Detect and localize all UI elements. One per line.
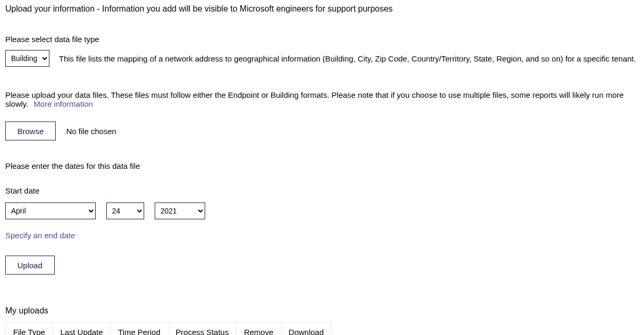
more-information-link[interactable]: More information [34,99,93,108]
specify-end-date-link[interactable]: Specify an end date [5,231,75,240]
upload-button-row: Upload [5,256,639,275]
filetype-description: This file lists the mapping of a network… [59,54,636,63]
browse-button[interactable]: Browse [5,121,56,140]
my-uploads-title: My uploads [5,306,639,316]
col-last-update[interactable]: Last Update [53,322,110,336]
page-title: Upload your information - Information yo… [5,4,639,14]
filetype-select[interactable]: Building [5,50,49,67]
col-process-status[interactable]: Process Status [168,322,236,336]
filetype-row: Building This file lists the mapping of … [5,50,639,67]
filetype-label: Please select data file type [5,35,639,44]
col-file-type[interactable]: File Type [6,322,53,336]
start-date-label: Start date [5,186,639,195]
start-month-select[interactable]: April [5,202,96,219]
no-file-chosen: No file chosen [66,127,116,136]
dates-label: Please enter the dates for this data fil… [5,161,639,170]
upload-description-row: Please upload your data files. These fil… [5,90,639,108]
col-download[interactable]: Download [281,322,331,336]
browse-row: Browse No file chosen [5,121,639,140]
uploads-table: File Type Last Update Time Period Proces… [5,322,331,335]
col-time-period[interactable]: Time Period [110,322,168,336]
upload-button[interactable]: Upload [5,256,55,275]
start-day-select[interactable]: 24 [106,202,144,219]
upload-description: Please upload your data files. These fil… [5,90,623,108]
start-date-row: April 24 2021 [5,202,639,219]
start-year-select[interactable]: 2021 [155,202,205,219]
col-remove[interactable]: Remove [236,322,281,336]
